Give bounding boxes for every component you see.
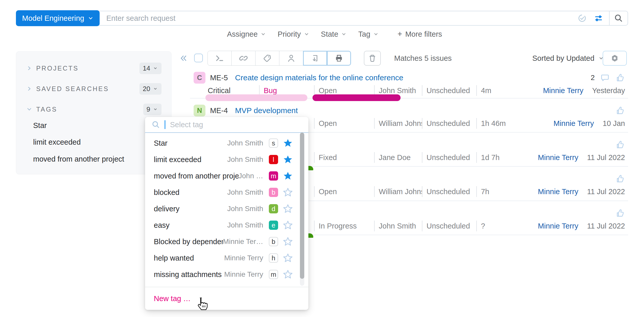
tag-owner: Minnie Terry — [224, 254, 263, 262]
updater-link[interactable]: Minnie Terry — [538, 187, 578, 196]
tag-key-badge: h — [269, 253, 278, 263]
tag-option-moved-from-another-project[interactable]: moved from another proje… John … m — [145, 168, 308, 184]
star-filled-icon[interactable] — [283, 154, 293, 165]
tag-option-limit-exceeded[interactable]: limit exceeded John Smith l — [145, 151, 308, 168]
filter-assignee[interactable]: Assignee — [227, 30, 266, 38]
more-filters-label: More filters — [405, 30, 442, 38]
project-selector-button[interactable]: Model Engineering — [16, 10, 100, 26]
field-scheduled[interactable]: Unscheduled — [422, 152, 476, 163]
add-tag-button[interactable] — [255, 51, 279, 66]
set-assignee-button[interactable] — [279, 51, 303, 66]
thumbs-up-icon[interactable] — [615, 174, 625, 184]
updater-link[interactable]: Minnie Terry — [538, 153, 578, 162]
star-filled-icon[interactable] — [283, 138, 293, 148]
chevron-down-icon — [373, 32, 378, 37]
collapse-sidebar-icon[interactable] — [180, 54, 187, 62]
tag-label: limit exceeded — [154, 155, 227, 164]
star-outline-icon[interactable] — [283, 269, 293, 280]
field-assignee[interactable]: William Johnson — [374, 186, 422, 197]
field-state[interactable]: Fixed — [314, 152, 374, 163]
star-outline-icon[interactable] — [283, 220, 293, 230]
tag-option-delivery[interactable]: delivery John Smith d — [145, 201, 308, 217]
star-filled-icon[interactable] — [283, 171, 293, 181]
chevron-down-icon — [153, 87, 158, 91]
comment-icon[interactable] — [600, 73, 610, 82]
tags-count-badge[interactable]: 9 — [143, 104, 162, 115]
field-state[interactable]: Open — [314, 186, 374, 197]
new-tag-button[interactable]: New tag … — [154, 294, 191, 303]
sidebar-section-saved-searches[interactable]: SAVED SEARCHES 20 — [16, 82, 171, 95]
star-outline-icon[interactable] — [283, 187, 293, 197]
updater-link[interactable]: Minnie Terry — [554, 119, 594, 128]
tag-option-blocked[interactable]: blocked John Smith b — [145, 184, 308, 201]
projects-count-badge[interactable]: 14 — [139, 63, 162, 74]
field-assignee[interactable]: William Johnson — [374, 118, 422, 129]
plus-icon: + — [397, 29, 402, 39]
field-assignee[interactable]: John Smith — [374, 221, 422, 231]
thumbs-up-icon[interactable] — [615, 106, 625, 115]
tag-option-easy[interactable]: easy John Smith e — [145, 217, 308, 233]
filter-tag[interactable]: Tag — [358, 30, 378, 38]
delete-icon — [368, 54, 377, 63]
issue-id: ME-4 — [210, 106, 228, 115]
star-outline-icon[interactable] — [283, 204, 293, 214]
list-settings-button[interactable] — [603, 51, 627, 66]
field-time[interactable]: 4m — [476, 85, 519, 96]
filter-priority[interactable]: Priority — [278, 30, 309, 38]
updater-link[interactable]: Minnie Terry — [538, 222, 578, 230]
sidebar-section-projects[interactable]: PROJECTS 14 — [16, 62, 171, 75]
sidebar-tag-star[interactable]: Star — [33, 121, 47, 130]
sidebar-tag-limit-exceeded[interactable]: limit exceeded — [33, 138, 81, 146]
updater-link[interactable]: Minnie Terry — [543, 86, 583, 95]
field-time[interactable]: 7h — [476, 186, 519, 197]
chevron-down-icon — [341, 32, 346, 37]
import-button[interactable] — [303, 51, 327, 66]
star-outline-icon[interactable] — [283, 253, 293, 263]
field-state[interactable]: Open — [314, 118, 374, 129]
sort-selector[interactable]: Sorted by Updated — [532, 51, 604, 66]
field-time[interactable]: 1d 7h — [476, 152, 519, 163]
issue-title-link[interactable]: MVP development — [235, 106, 298, 115]
field-scheduled[interactable]: Unscheduled — [422, 221, 476, 231]
chevron-right-icon — [26, 86, 32, 92]
search-input[interactable] — [100, 14, 578, 23]
more-filters-button[interactable]: + More filters — [397, 29, 442, 39]
link-issue-button[interactable] — [231, 51, 255, 66]
issue-row-me-5[interactable]: C ME-5 Create design materials for the o… — [190, 66, 628, 98]
tag-color-badge: l — [269, 155, 278, 164]
tag-color-badge: e — [269, 221, 278, 230]
print-button[interactable] — [327, 51, 351, 66]
field-scheduled[interactable]: Unscheduled — [422, 186, 476, 197]
youtrack-issues-screen: Model Engineering Assignee Priority Stat… — [0, 0, 644, 317]
popup-scrollbar[interactable] — [300, 133, 304, 279]
star-outline-icon[interactable] — [283, 236, 293, 247]
query-assist-icon[interactable] — [578, 14, 586, 23]
field-time[interactable]: ? — [476, 221, 519, 231]
sidebar-tag-moved-from-another-project[interactable]: moved from another project — [33, 155, 124, 163]
select-all-checkbox[interactable] — [194, 54, 203, 62]
tag-option-blocked-by-dependency[interactable]: Blocked by dependen… Minnie Ter… b — [145, 233, 308, 250]
field-state[interactable]: In Progress — [314, 221, 374, 231]
delete-button[interactable] — [364, 51, 381, 66]
saved-searches-count-badge[interactable]: 20 — [139, 83, 162, 95]
tag-option-star[interactable]: Star John Smith s — [145, 135, 308, 151]
tag-search-input[interactable] — [170, 121, 302, 129]
filter-state[interactable]: State — [321, 30, 347, 38]
field-time[interactable]: 1h 46m — [476, 118, 519, 129]
thumbs-up-icon[interactable] — [615, 140, 625, 150]
issue-title-link[interactable]: Create design materials for the online c… — [235, 73, 403, 82]
thumbs-up-icon[interactable] — [615, 73, 625, 83]
section-label: SAVED SEARCHES — [36, 85, 109, 93]
sidebar-section-tags[interactable]: TAGS 9 — [16, 103, 171, 116]
search-button[interactable] — [609, 11, 628, 25]
tag-option-missing-attachments[interactable]: missing attachments Minnie Terry m — [145, 266, 308, 283]
field-assignee[interactable]: Jane Doe — [374, 152, 422, 163]
command-button[interactable] — [207, 51, 232, 66]
tag-label: blocked — [154, 188, 227, 197]
field-scheduled[interactable]: Unscheduled — [422, 85, 476, 96]
search-settings-icon[interactable] — [594, 14, 603, 23]
thumbs-up-icon[interactable] — [615, 208, 625, 218]
tag-option-help-wanted[interactable]: help wanted Minnie Terry h — [145, 250, 308, 266]
field-scheduled[interactable]: Unscheduled — [422, 118, 476, 129]
tag-list: Star John Smith s limit exceeded John Sm… — [145, 133, 308, 285]
